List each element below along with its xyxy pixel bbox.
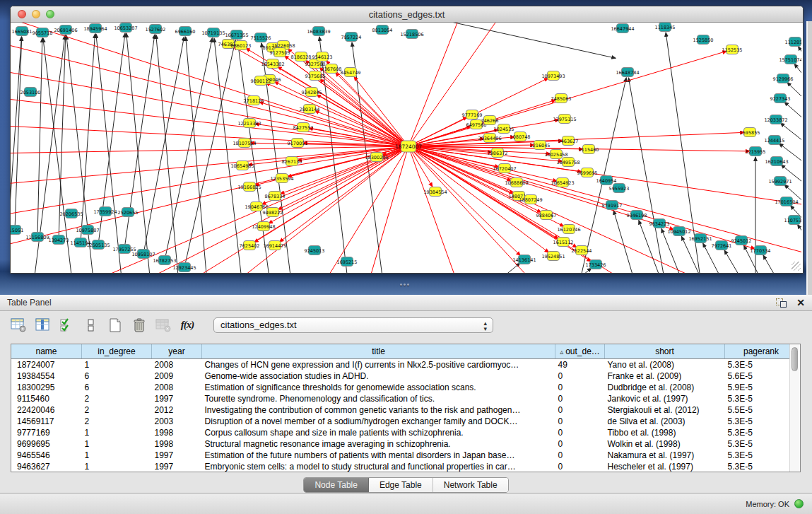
- network-node[interactable]: 2522544: [572, 246, 592, 255]
- table-cell[interactable]: 2: [82, 404, 152, 416]
- tab-edge-table[interactable]: Edge Table: [369, 478, 433, 492]
- network-edge[interactable]: [156, 35, 180, 273]
- network-node[interactable]: 12975115: [553, 115, 576, 124]
- network-window[interactable]: citations_edges.txt 16650819055718206914…: [10, 6, 804, 274]
- network-node[interactable]: 16648784: [616, 68, 639, 77]
- table-cell[interactable]: 2008: [152, 359, 202, 371]
- table-selector-dropdown[interactable]: citations_edges.txt ▴▾: [213, 317, 493, 333]
- table-cell[interactable]: Disruption of a novel member of a sodium…: [202, 416, 555, 427]
- delete-column-icon[interactable]: [130, 316, 148, 334]
- table-cell[interactable]: 9465546: [11, 450, 82, 461]
- network-edge[interactable]: [11, 37, 21, 273]
- table-cell[interactable]: 9777169: [11, 427, 82, 438]
- network-node[interactable]: 5955923: [609, 184, 630, 193]
- network-edge[interactable]: [406, 23, 616, 58]
- table-cell[interactable]: Estimation of significance thresholds fo…: [202, 382, 555, 393]
- network-edge[interactable]: [628, 78, 668, 273]
- tab-network-table[interactable]: Network Table: [433, 478, 508, 492]
- network-node[interactable]: 1107533: [784, 216, 801, 225]
- network-node[interactable]: 16914479: [263, 241, 286, 250]
- table-cell[interactable]: 1997: [152, 450, 202, 461]
- create-column-icon[interactable]: [106, 316, 124, 334]
- minimize-window-button[interactable]: [32, 10, 40, 18]
- table-cell[interactable]: Nakamura et al. (1997): [605, 450, 725, 461]
- table-row[interactable]: 1830029562008Estimation of significance …: [11, 382, 798, 393]
- network-edge[interactable]: [408, 23, 461, 146]
- network-node[interactable]: 746266: [481, 116, 499, 125]
- table-row[interactable]: 1938455462009Genome-wide association stu…: [11, 370, 798, 382]
- table-cell[interactable]: 1997: [152, 393, 202, 404]
- network-graph[interactable]: 1665081905571820691406189459641065328715…: [11, 23, 801, 273]
- network-edge[interactable]: [37, 38, 42, 237]
- function-builder-icon[interactable]: f(x): [178, 316, 196, 334]
- network-node[interactable]: 1527602: [146, 25, 166, 34]
- table-cell[interactable]: Corpus callosum shape and size in male p…: [202, 427, 555, 438]
- network-node[interactable]: 10688609: [505, 178, 528, 187]
- table-cell[interactable]: 0: [555, 382, 605, 393]
- network-edge[interactable]: [11, 146, 408, 153]
- table-cell[interactable]: 5.3E-5: [725, 393, 798, 404]
- network-node[interactable]: 6966160: [175, 27, 196, 36]
- row-height-icon[interactable]: [82, 316, 100, 334]
- network-node[interactable]: 7857224: [341, 33, 362, 42]
- table-cell[interactable]: 2008: [152, 382, 202, 393]
- network-node[interactable]: 7485063: [551, 94, 572, 103]
- network-node[interactable]: 2053100: [20, 88, 41, 97]
- table-cell[interactable]: 0: [555, 393, 605, 404]
- network-node[interactable]: 1118345: [655, 23, 676, 32]
- network-edge[interactable]: [555, 268, 592, 273]
- table-cell[interactable]: Dudbridge et al. (2008): [605, 382, 725, 393]
- network-node[interactable]: 16782753: [153, 256, 176, 265]
- network-node[interactable]: 7515526: [251, 33, 271, 42]
- table-cell[interactable]: 5.3E-5: [725, 461, 798, 472]
- network-node[interactable]: 1152535: [722, 45, 743, 54]
- network-node[interactable]: 8427552: [293, 123, 314, 132]
- column-header-out_de[interactable]: ▵out_de…: [555, 344, 605, 359]
- network-edge[interactable]: [11, 98, 408, 146]
- column-header-name[interactable]: name: [11, 344, 82, 359]
- table-cell[interactable]: Changes of HCN gene expression and I(f) …: [202, 359, 555, 371]
- network-node[interactable]: 18945964: [83, 24, 107, 33]
- table-row[interactable]: 946554611997Estimation of the future num…: [11, 450, 798, 461]
- splitter-handle[interactable]: [400, 284, 410, 287]
- table-cell[interactable]: Tibbo et al. (1998): [605, 427, 725, 438]
- network-node[interactable]: 17016504: [775, 197, 798, 206]
- table-cell[interactable]: 2003: [152, 416, 202, 427]
- network-node[interactable]: 12033872: [764, 115, 787, 124]
- select-all-icon[interactable]: [58, 316, 76, 334]
- table-cell[interactable]: 0: [555, 404, 605, 416]
- table-cell[interactable]: 1997: [152, 461, 202, 472]
- network-node[interactable]: 9055718: [33, 28, 53, 37]
- table-row[interactable]: 969969511998Structural magnetic resonanc…: [11, 438, 798, 450]
- network-node[interactable]: 1695215: [337, 257, 358, 267]
- network-edge[interactable]: [477, 263, 520, 273]
- network-node[interactable]: 16720407: [493, 164, 516, 173]
- table-cell[interactable]: Hescheler et al. (1997): [605, 461, 725, 472]
- network-node[interactable]: 8215955: [746, 147, 766, 156]
- table-cell[interactable]: Stergiakouli et al. (2012): [605, 404, 725, 416]
- network-node[interactable]: 2718126: [244, 96, 264, 105]
- network-node[interactable]: 9699695: [577, 168, 598, 177]
- network-node[interactable]: 8813054: [372, 25, 393, 35]
- table-cell[interactable]: 6: [82, 370, 152, 382]
- network-node[interactable]: 915051: [11, 226, 23, 235]
- table-cell[interactable]: 0: [555, 416, 605, 427]
- network-node[interactable]: 15992971: [768, 177, 792, 186]
- network-node[interactable]: 19524851: [541, 252, 565, 261]
- network-node[interactable]: 1770334: [751, 246, 771, 255]
- table-cell[interactable]: 1998: [152, 438, 202, 450]
- network-node[interactable]: 1665081: [12, 27, 33, 36]
- table-cell[interactable]: 1: [82, 438, 152, 450]
- table-cell[interactable]: 14569117: [11, 416, 82, 427]
- network-node[interactable]: 17359924: [93, 207, 117, 216]
- table-cell[interactable]: 5.6E-5: [725, 370, 798, 382]
- table-cell[interactable]: 5.3E-5: [725, 427, 798, 438]
- table-cell[interactable]: 5.5E-5: [725, 404, 798, 416]
- network-edge[interactable]: [724, 250, 753, 273]
- network-node[interactable]: 9463627: [558, 136, 579, 146]
- network-node[interactable]: 1595855: [740, 128, 760, 137]
- network-edge[interactable]: [15, 37, 22, 230]
- table-cell[interactable]: 2009: [152, 370, 202, 382]
- network-node[interactable]: 7972641: [712, 241, 732, 250]
- table-cell[interactable]: 18724007: [11, 359, 82, 371]
